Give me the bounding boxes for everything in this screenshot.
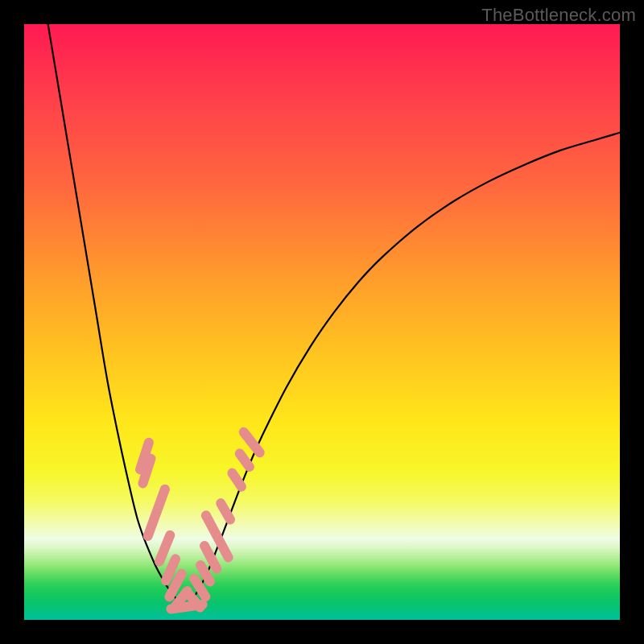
- curve-bottleneck-curve-right: [185, 133, 620, 608]
- svg-rect-13: [214, 497, 237, 526]
- marker-point: [225, 466, 248, 493]
- plot-area: [24, 24, 620, 620]
- marker-point: [214, 497, 237, 526]
- chart-frame: TheBottleneck.com: [0, 0, 644, 644]
- svg-rect-14: [225, 466, 248, 493]
- curve-bottleneck-curve-left: [48, 24, 185, 607]
- marker-group: [134, 425, 266, 614]
- curve-layer: [24, 24, 620, 620]
- bottleneck-curves: [48, 24, 620, 607]
- watermark-text: TheBottleneck.com: [481, 5, 636, 26]
